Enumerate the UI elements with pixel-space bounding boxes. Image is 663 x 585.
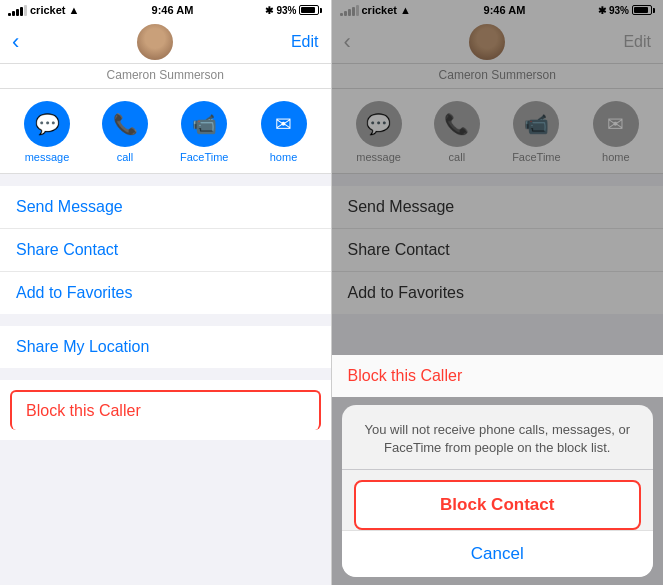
status-right-left: ✱ 93% (265, 5, 322, 16)
action-label-call-left: call (117, 151, 134, 163)
status-bar-left: cricket ▲ 9:46 AM ✱ 93% (0, 0, 331, 20)
edit-button-left[interactable]: Edit (291, 33, 319, 51)
menu-section-left: Send Message Share Contact Add to Favori… (0, 186, 331, 314)
wifi-icon-left: ▲ (68, 4, 79, 16)
block-section-left: Block this Caller (0, 380, 331, 440)
bluetooth-icon-left: ✱ (265, 5, 273, 16)
cancel-button[interactable]: Cancel (342, 530, 654, 577)
alert-divider (342, 469, 654, 470)
block-contact-button[interactable]: Block Contact (354, 480, 642, 530)
facetime-icon-left: 📹 (181, 101, 227, 147)
avatar-left (137, 24, 173, 60)
send-message-left[interactable]: Send Message (0, 186, 331, 229)
signal-icon (8, 5, 27, 16)
share-location-left[interactable]: Share My Location (0, 326, 331, 368)
time-left: 9:46 AM (152, 4, 194, 16)
carrier-left: cricket (30, 4, 65, 16)
nav-bar-left: ‹ Edit (0, 20, 331, 64)
action-facetime-left[interactable]: 📹 FaceTime (180, 101, 229, 163)
action-message-left[interactable]: 💬 message (24, 101, 70, 163)
message-icon-left: 💬 (24, 101, 70, 147)
battery-pct-left: 93% (276, 5, 296, 16)
block-caller-left[interactable]: Block this Caller (10, 390, 321, 430)
action-call-left[interactable]: 📞 call (102, 101, 148, 163)
home-icon-left: ✉ (261, 101, 307, 147)
block-caller-peek-text: Block this Caller (348, 367, 463, 384)
action-home-left[interactable]: ✉ home (261, 101, 307, 163)
left-panel: cricket ▲ 9:46 AM ✱ 93% ‹ Edit Cameron S… (0, 0, 332, 585)
back-button-left[interactable]: ‹ (12, 29, 19, 55)
status-left: cricket ▲ (8, 4, 79, 16)
modal-overlay: Block this Caller You will not receive p… (332, 0, 664, 585)
location-section-left: Share My Location (0, 326, 331, 368)
action-label-facetime-left: FaceTime (180, 151, 229, 163)
right-panel: cricket ▲ 9:46 AM ✱ 93% ‹ Edit Cameron S… (332, 0, 664, 585)
add-favorites-left[interactable]: Add to Favorites (0, 272, 331, 314)
block-caller-peek: Block this Caller (332, 355, 664, 397)
battery-icon-left (299, 5, 322, 15)
action-label-home-left: home (270, 151, 298, 163)
action-row-left: 💬 message 📞 call 📹 FaceTime ✉ home (0, 89, 331, 174)
action-label-message-left: message (25, 151, 70, 163)
alert-message-text: You will not receive phone calls, messag… (342, 405, 654, 469)
contact-name-left: Cameron Summerson (0, 64, 331, 89)
alert-dialog: You will not receive phone calls, messag… (342, 405, 654, 577)
call-icon-left: 📞 (102, 101, 148, 147)
share-contact-left[interactable]: Share Contact (0, 229, 331, 272)
